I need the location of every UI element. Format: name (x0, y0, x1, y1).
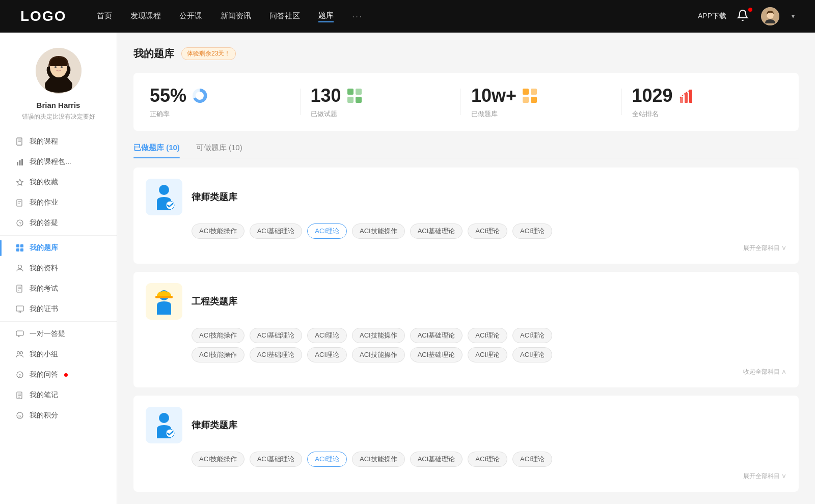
svg-rect-28 (16, 306, 23, 311)
qbank-icon-lawyer-3 (146, 407, 182, 443)
sidebar-item-exam[interactable]: 我的考试 (0, 278, 117, 299)
sidebar-menu: 我的课程 我的课程包... 我的收藏 我的作业 (0, 131, 117, 426)
sidebar-item-qbank-label: 我的题库 (30, 243, 58, 253)
svg-rect-53 (689, 90, 692, 103)
tag-2-1[interactable]: ACI基础理论 (250, 328, 303, 343)
tag-3-4[interactable]: ACI基础理论 (410, 452, 463, 467)
tag-2-6[interactable]: ACI理论 (512, 328, 552, 343)
sidebar-item-favorites-label: 我的收藏 (30, 178, 58, 187)
app-download-link[interactable]: APP下载 (698, 12, 726, 21)
sidebar-item-1on1[interactable]: 一对一答疑 (0, 324, 117, 344)
svg-rect-11 (19, 160, 21, 165)
stat-rank-value: 1029 (632, 85, 673, 106)
tag-3-6[interactable]: ACI理论 (512, 452, 552, 467)
tag-3-1[interactable]: ACI基础理论 (250, 452, 303, 467)
qbank-expand-1[interactable]: 展开全部科目 ∨ (146, 244, 786, 253)
svg-rect-19 (16, 244, 19, 247)
tag-1-2[interactable]: ACI理论 (307, 223, 347, 239)
tag-2r2-2[interactable]: ACI理论 (307, 347, 347, 362)
svg-rect-49 (523, 97, 529, 103)
svg-rect-21 (16, 248, 19, 251)
nav-discover[interactable]: 发现课程 (130, 11, 161, 22)
avatar-chevron[interactable]: ▾ (792, 13, 795, 20)
trial-badge: 体验剩余23天！ (181, 47, 236, 60)
tab-done-banks[interactable]: 已做题库 (10) (133, 143, 180, 158)
svg-point-32 (20, 352, 23, 354)
sidebar-item-group[interactable]: 我的小组 (0, 344, 117, 365)
nav-open-course[interactable]: 公开课 (179, 11, 202, 22)
logo: LOGO (20, 8, 66, 24)
stat-accuracy: 55% 正确率 (150, 85, 301, 119)
tag-1-6[interactable]: ACI理论 (512, 223, 552, 239)
svg-rect-45 (347, 97, 354, 103)
qbank-expand-2[interactable]: 收起全部科目 ∧ (146, 368, 786, 376)
notification-bell[interactable] (737, 9, 751, 23)
svg-rect-46 (356, 97, 362, 103)
tag-3-0[interactable]: ACI技能操作 (192, 452, 244, 467)
tag-2r2-3[interactable]: ACI技能操作 (352, 347, 405, 362)
sidebar-item-my-qa[interactable]: ? 我的问答 (0, 365, 117, 385)
sidebar-item-notes-label: 我的笔记 (30, 390, 58, 400)
stats-card: 55% 正确率 130 (133, 73, 799, 131)
nav-home[interactable]: 首页 (97, 11, 112, 22)
star-icon (15, 178, 24, 187)
tag-3-2[interactable]: ACI理论 (307, 452, 347, 467)
qbank-expand-3[interactable]: 展开全部科目 ∨ (146, 472, 786, 481)
tag-1-3[interactable]: ACI技能操作 (352, 223, 405, 239)
nav-more[interactable]: ··· (352, 12, 363, 21)
tab-available-banks[interactable]: 可做题库 (10) (196, 143, 242, 158)
page-title: 我的题库 (133, 47, 174, 61)
svg-rect-10 (17, 162, 18, 165)
tag-2r2-0[interactable]: ACI技能操作 (192, 347, 244, 362)
sidebar-item-qa-mine[interactable]: ? 我的答疑 (0, 213, 117, 233)
tag-1-0[interactable]: ACI技能操作 (192, 223, 244, 239)
sidebar-user-name: Brian Harris (37, 101, 80, 109)
tag-2-0[interactable]: ACI技能操作 (192, 328, 244, 343)
svg-rect-22 (20, 248, 23, 251)
qbank-name-1: 律师类题库 (192, 191, 237, 203)
qbank-icon-lawyer-1 (146, 179, 182, 215)
sidebar-item-profile-label: 我的资料 (30, 264, 58, 273)
edit-icon (15, 198, 24, 207)
qbank-tags-3: ACI技能操作 ACI基础理论 ACI理论 ACI技能操作 ACI基础理论 AC… (192, 452, 786, 467)
sidebar-item-cert[interactable]: 我的证书 (0, 299, 117, 319)
sidebar-item-homework[interactable]: 我的作业 (0, 192, 117, 213)
doc-icon (15, 137, 24, 146)
tag-2-2[interactable]: ACI理论 (307, 328, 347, 343)
tag-2-5[interactable]: ACI理论 (468, 328, 507, 343)
sidebar-item-favorites[interactable]: 我的收藏 (0, 172, 117, 192)
sidebar-item-profile[interactable]: 我的资料 (0, 258, 117, 278)
sidebar-item-my-course[interactable]: 我的课程 (0, 131, 117, 152)
tag-1-1[interactable]: ACI基础理论 (250, 223, 303, 239)
question-icon: ? (15, 218, 24, 228)
nav-qa[interactable]: 问答社区 (269, 11, 300, 22)
qbank-header-3: 律师类题库 (146, 407, 786, 443)
sidebar-item-notes[interactable]: 我的笔记 (0, 385, 117, 405)
tag-2r2-4[interactable]: ACI基础理论 (410, 347, 463, 362)
tag-2-4[interactable]: ACI基础理论 (410, 328, 463, 343)
tag-2r2-6[interactable]: ACI理论 (512, 347, 552, 362)
tag-1-5[interactable]: ACI理论 (468, 223, 507, 239)
tag-2r2-5[interactable]: ACI理论 (468, 347, 507, 362)
stat-accuracy-value: 55% (150, 85, 186, 106)
svg-point-58 (159, 413, 169, 423)
stat-rank: 1029 全站排名 (622, 85, 783, 119)
nav-news[interactable]: 新闻资讯 (221, 11, 251, 22)
sidebar-item-qbank[interactable]: 我的题库 (0, 238, 117, 258)
qbank-name-3: 律师类题库 (192, 419, 237, 431)
qbank-name-2: 工程类题库 (192, 295, 237, 307)
tag-2r2-1[interactable]: ACI基础理论 (250, 347, 303, 362)
tag-3-3[interactable]: ACI技能操作 (352, 452, 405, 467)
nav-qbank[interactable]: 题库 (318, 11, 334, 22)
tag-3-5[interactable]: ACI理论 (468, 452, 507, 467)
sidebar-item-course-pack[interactable]: 我的课程包... (0, 152, 117, 172)
tag-2-3[interactable]: ACI技能操作 (352, 328, 405, 343)
svg-point-42 (196, 92, 204, 100)
avatar[interactable] (761, 7, 779, 25)
tag-1-4[interactable]: ACI基础理论 (410, 223, 463, 239)
tabs-row: 已做题库 (10) 可做题库 (10) (133, 143, 799, 158)
cert-icon (15, 304, 24, 314)
sidebar-item-points[interactable]: S 我的积分 (0, 405, 117, 426)
stat-top4: 1029 (632, 85, 694, 106)
svg-rect-48 (531, 89, 537, 95)
